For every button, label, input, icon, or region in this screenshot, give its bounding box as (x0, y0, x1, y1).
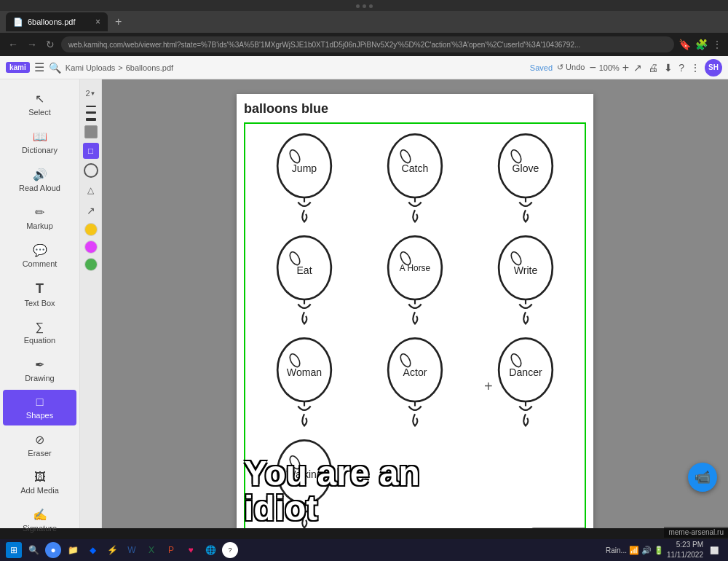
user-avatar[interactable]: SH (705, 59, 722, 76)
balloon-jump: Jump (253, 131, 356, 226)
tab-favicon: 📄 (13, 17, 23, 27)
bookmark-icon[interactable]: 🔖 (678, 39, 691, 50)
sidebar-label-select: Select (28, 108, 51, 117)
color-green[interactable] (84, 258, 98, 271)
taskbar-ppt[interactable]: P (163, 542, 179, 558)
download-icon[interactable]: ⬇ (664, 62, 673, 74)
taskbar-dropbox[interactable]: ◆ (84, 542, 100, 558)
svg-text:Catch: Catch (402, 162, 429, 174)
taskbar-wifi-icon[interactable]: 📶 (629, 546, 639, 555)
sidebar-label-equation: Equation (24, 336, 55, 345)
color-grey[interactable] (84, 125, 98, 138)
main-area: ↖ Select 📖 Dictionary 🔊 Read Aloud ✏ Mar… (0, 79, 728, 528)
sidebar-item-read-aloud[interactable]: 🔊 Read Aloud (3, 162, 76, 198)
sidebar-item-markup[interactable]: ✏ Markup (3, 200, 76, 236)
shape-arrow-button[interactable]: ↗ (83, 203, 99, 219)
zoom-controls: − 100% + (589, 61, 629, 74)
sidebar-label-dictionary: Dictionary (22, 146, 58, 154)
signature-icon: ✍ (33, 508, 47, 522)
page-indicator: Page 1 / 2 (531, 527, 586, 528)
refresh-button[interactable]: ↻ (44, 39, 57, 50)
taskbar-chrome[interactable]: ● (45, 542, 61, 558)
taskbar-search[interactable]: 🔍 (25, 542, 41, 558)
back-button[interactable]: ← (6, 39, 20, 50)
sidebar-item-eraser[interactable]: ⊘ Eraser (3, 427, 76, 463)
shape-triangle-button[interactable]: △ (83, 182, 99, 198)
sidebar-item-drawing[interactable]: ✒ Drawing (3, 352, 76, 388)
shape-circle-button[interactable] (84, 163, 98, 178)
meme-text: You are an idiot (237, 456, 484, 526)
shape-rect-button[interactable]: □ (83, 143, 99, 159)
taskbar-date: 11/11/2022 (667, 550, 703, 560)
breadcrumb-file[interactable]: 6balloons.pdf (126, 63, 173, 72)
stroke-number[interactable]: 2 ▼ (83, 85, 99, 101)
content-area[interactable]: balloons blue Jump (102, 79, 728, 528)
svg-text:Eat: Eat (296, 264, 312, 276)
stroke-dropdown-icon: ▼ (90, 90, 96, 97)
zoom-minus-button[interactable]: − (589, 61, 596, 74)
read-aloud-icon: 🔊 (33, 168, 47, 181)
print-icon[interactable]: 🖨 (648, 62, 658, 74)
balloon-actor: Actor (363, 335, 467, 430)
taskbar-app2[interactable]: ♥ (183, 542, 199, 558)
help-icon[interactable]: ? (678, 62, 684, 74)
sidebar-item-equation[interactable]: ∑ Equation (3, 315, 76, 350)
taskbar-word[interactable]: W (124, 542, 140, 558)
toolbar-actions: ↗ 🖨 ⬇ ? ⋮ (633, 62, 700, 74)
breadcrumb-uploads[interactable]: Kami Uploads (66, 63, 115, 72)
taskbar-notification[interactable]: ⬜ (706, 542, 722, 558)
sidebar-item-comment[interactable]: 💬 Comment (3, 238, 76, 274)
zoom-plus-button[interactable]: + (622, 61, 629, 74)
taskbar-excel[interactable]: X (143, 542, 159, 558)
svg-text:Jump: Jump (292, 162, 317, 174)
balloon-dancer: Dancer (474, 335, 577, 430)
stroke-medium[interactable] (86, 111, 96, 114)
new-tab-button[interactable]: + (111, 15, 126, 28)
active-tab[interactable]: 📄 6balloons.pdf × (6, 12, 108, 31)
sidebar-label-markup: Markup (26, 221, 53, 230)
undo-button[interactable]: ↺ Undo (557, 63, 585, 72)
pdf-title: balloons blue (244, 101, 586, 117)
sidebar-item-textbox[interactable]: T Text Box (3, 275, 76, 313)
drawing-icon: ✒ (35, 358, 44, 372)
balloon-eat: Eat (253, 233, 356, 328)
sidebar-item-shapes[interactable]: □ Shapes (3, 390, 76, 425)
tab-bar: 📄 6balloons.pdf × + (0, 11, 728, 33)
color-pink[interactable] (84, 240, 98, 254)
video-call-button[interactable]: 📹 (688, 463, 717, 492)
taskbar-app1[interactable]: ⚡ (104, 542, 120, 558)
taskbar-explorer[interactable]: 📁 (65, 542, 81, 558)
kami-search-icon[interactable]: 🔍 (49, 62, 61, 74)
sidebar-label-textbox: Text Box (24, 299, 55, 307)
taskbar-volume-icon[interactable]: 🔊 (641, 546, 652, 555)
taskbar-browser2[interactable]: 🌐 (202, 542, 218, 558)
sidebar-item-add-media[interactable]: 🖼 Add Media (3, 465, 76, 501)
balloon-write: Write (474, 233, 577, 328)
sidebar-label-shapes: Shapes (26, 411, 53, 420)
tool-options-panel: 2 ▼ □ △ ↗ (80, 79, 102, 528)
address-bar: ← → ↻ web.kamihq.com/web/viewer.html?sta… (0, 33, 728, 56)
stroke-thin[interactable] (86, 106, 96, 107)
stroke-thick[interactable] (86, 118, 96, 121)
tab-close-button[interactable]: × (95, 17, 100, 27)
svg-text:A Horse: A Horse (400, 263, 431, 273)
dictionary-icon: 📖 (33, 130, 47, 144)
address-input[interactable]: web.kamihq.com/web/viewer.html?state=%7B… (61, 36, 674, 52)
balloon-glove: Glove (474, 131, 577, 226)
extensions-icon[interactable]: 🧩 (695, 39, 708, 50)
menu-dots-icon[interactable]: ⋮ (712, 39, 722, 50)
taskbar-search2[interactable]: ? (222, 542, 238, 558)
taskbar-battery-icon[interactable]: 🔋 (654, 546, 664, 555)
sidebar-item-select[interactable]: ↖ Select (3, 86, 76, 122)
kami-menu-icon[interactable]: ☰ (34, 60, 44, 74)
sidebar-item-dictionary[interactable]: 📖 Dictionary (3, 124, 76, 160)
zoom-level: 100% (599, 63, 620, 72)
share-icon[interactable]: ↗ (633, 62, 642, 74)
color-yellow[interactable] (84, 223, 98, 236)
settings-icon[interactable]: ⋮ (690, 62, 700, 74)
markup-icon: ✏ (35, 205, 44, 219)
taskbar-start[interactable]: ⊞ (6, 542, 22, 558)
forward-button[interactable]: → (25, 39, 39, 50)
eraser-icon: ⊘ (35, 433, 44, 447)
sidebar-item-signature[interactable]: ✍ Signature (3, 502, 76, 538)
